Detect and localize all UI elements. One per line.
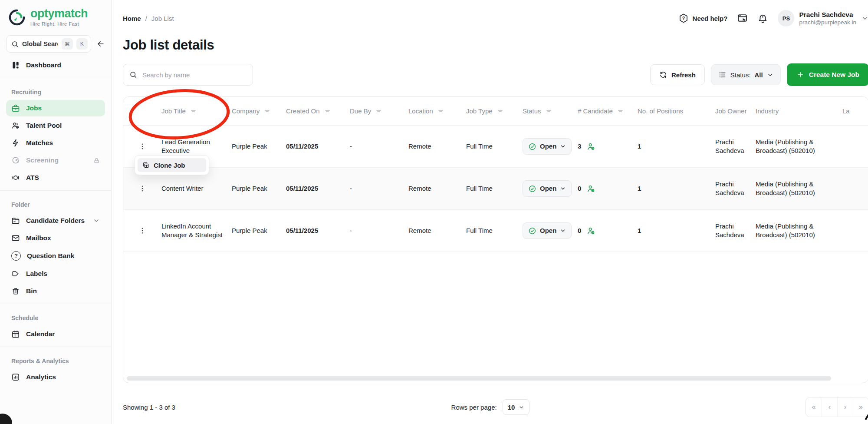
sidebar-item-bin[interactable]: Bin	[6, 283, 105, 299]
cell-industry: Media (Publishing & Broadcast) (502010)	[756, 180, 842, 198]
avatar: PS	[778, 10, 794, 26]
column-header-industry: Industry	[756, 107, 842, 115]
column-filter-icon	[617, 107, 624, 115]
sidebar-item-analytics[interactable]: Analytics	[6, 369, 105, 385]
last-page-button[interactable]: »	[853, 398, 868, 417]
candidate-count: 3	[578, 142, 581, 151]
cell-due-by: -	[350, 226, 408, 235]
sidebar-item-candidate-folders[interactable]: Candidate Folders	[6, 212, 105, 229]
main-content: Home / Job List ? Need help? PS	[112, 0, 868, 424]
notifications-button[interactable]	[757, 13, 768, 24]
user-menu[interactable]: PS Prachi Sachdeva prachi@purplepeak.in	[778, 10, 868, 26]
svg-text:?: ?	[682, 16, 684, 21]
table-row[interactable]: LinkedIn Account Manager & Strategist Pu…	[123, 210, 868, 252]
search-icon	[129, 71, 137, 79]
need-help-label: Need help?	[693, 15, 728, 22]
sidebar-item-screening[interactable]: Screening	[6, 152, 105, 169]
sidebar-item-dashboard[interactable]: Dashboard	[6, 57, 105, 73]
need-help-button[interactable]: ? Need help?	[678, 13, 728, 23]
first-page-button[interactable]: «	[806, 398, 822, 417]
next-page-button[interactable]: ›	[837, 398, 853, 417]
question-icon: ?	[11, 251, 21, 261]
sidebar: optymatch Hire Right. Hire Fast ⌘ K Dash…	[0, 0, 112, 424]
global-search[interactable]: ⌘ K	[6, 35, 91, 53]
status-dropdown[interactable]: Open	[523, 180, 572, 197]
sidebar-item-ats[interactable]: ATS	[6, 169, 105, 186]
app-root: optymatch Hire Right. Hire Fast ⌘ K Dash…	[0, 0, 868, 424]
kebab-icon	[138, 226, 146, 235]
sidebar-item-talent-pool[interactable]: Talent Pool	[6, 117, 105, 134]
refresh-button[interactable]: Refresh	[650, 64, 705, 85]
cell-due-by: -	[350, 142, 408, 151]
table-row[interactable]: Content Writer Purple Peak 05/11/2025 - …	[123, 168, 868, 210]
column-filter-icon	[324, 107, 331, 115]
row-actions-button[interactable]	[136, 139, 149, 153]
cell-created-on: 05/11/2025	[286, 226, 350, 235]
column-header-candidate[interactable]: # Candidate	[578, 107, 638, 115]
prev-page-button[interactable]: ‹	[822, 398, 837, 417]
row-actions-button[interactable]	[136, 224, 149, 238]
product-tour-button[interactable]	[737, 13, 748, 24]
bell-icon	[757, 13, 768, 24]
horizontal-scrollbar[interactable]	[127, 376, 831, 381]
lightning-icon	[11, 139, 20, 147]
search-by-name-input[interactable]	[123, 64, 253, 86]
cell-created-on: 05/11/2025	[286, 142, 350, 151]
section-label-folder: Folder	[0, 195, 111, 212]
rows-per-page-select[interactable]: 10	[503, 399, 530, 415]
row-actions-button[interactable]	[136, 182, 149, 195]
table-header-row: Job Title Company Created On Due By Loca…	[123, 97, 868, 126]
status-value: Open	[540, 184, 556, 193]
brand-logo-icon	[8, 8, 26, 26]
lock-icon	[93, 157, 100, 164]
create-new-job-button[interactable]: Create New Job	[787, 63, 868, 86]
sidebar-item-jobs[interactable]: Jobs	[6, 100, 105, 116]
person-add-icon[interactable]	[586, 184, 595, 193]
column-header-company[interactable]: Company	[232, 107, 286, 115]
column-header-created-on[interactable]: Created On	[286, 107, 350, 115]
column-header-location[interactable]: Location	[408, 107, 466, 115]
sidebar-item-calendar[interactable]: Calendar	[6, 326, 105, 342]
cell-job-title[interactable]: Lead Generation Executive	[161, 138, 232, 156]
sidebar-collapse-button[interactable]	[96, 40, 105, 48]
status-dropdown[interactable]: Open	[523, 222, 572, 239]
sidebar-item-label: ATS	[26, 174, 39, 182]
screening-icon	[11, 156, 20, 165]
column-header-due-by[interactable]: Due By	[350, 107, 408, 115]
cell-positions: 1	[638, 184, 715, 193]
sidebar-item-label: Candidate Folders	[26, 217, 85, 225]
clone-job-menu-item[interactable]: Clone Job	[138, 158, 206, 172]
person-add-icon[interactable]	[586, 226, 595, 235]
cell-job-title[interactable]: LinkedIn Account Manager & Strategist	[161, 222, 232, 240]
status-filter-button[interactable]: Status: All	[711, 64, 781, 85]
person-add-icon[interactable]	[586, 142, 595, 151]
sidebar-item-question-bank[interactable]: ? Question Bank	[6, 247, 105, 265]
sidebar-item-label: Jobs	[26, 104, 42, 112]
tag-icon	[11, 269, 20, 278]
cell-created-on: 05/11/2025	[286, 184, 350, 193]
table-row[interactable]: Lead Generation Executive Purple Peak 05…	[123, 126, 868, 168]
sidebar-item-label: Talent Pool	[26, 122, 62, 129]
table-footer: Showing 1 - 3 of 3 Rows per page: 10 « ‹…	[123, 397, 868, 417]
calendar-icon	[11, 330, 20, 338]
window-cursor-icon	[737, 13, 748, 24]
sidebar-item-label: Calendar	[26, 330, 55, 338]
sidebar-item-label: Labels	[26, 270, 47, 278]
cell-job-title[interactable]: Content Writer	[161, 184, 232, 193]
breadcrumb-home[interactable]: Home	[123, 15, 141, 22]
sidebar-item-labels[interactable]: Labels	[6, 265, 105, 282]
cell-company: Purple Peak	[232, 142, 286, 151]
cell-location: Remote	[408, 142, 466, 151]
people-icon	[11, 121, 20, 130]
column-header-job-title[interactable]: Job Title	[161, 107, 232, 115]
column-header-status[interactable]: Status	[523, 107, 578, 115]
global-search-input[interactable]	[22, 40, 58, 47]
plus-icon	[796, 71, 804, 79]
column-header-job-type[interactable]: Job Type	[466, 107, 523, 115]
chevron-down-icon	[767, 72, 773, 78]
status-dropdown[interactable]: Open	[523, 138, 572, 155]
sidebar-item-mailbox[interactable]: Mailbox	[6, 230, 105, 246]
divider	[0, 190, 111, 191]
cell-job-owner: Prachi Sachdeva	[715, 222, 756, 240]
sidebar-item-matches[interactable]: Matches	[6, 135, 105, 151]
